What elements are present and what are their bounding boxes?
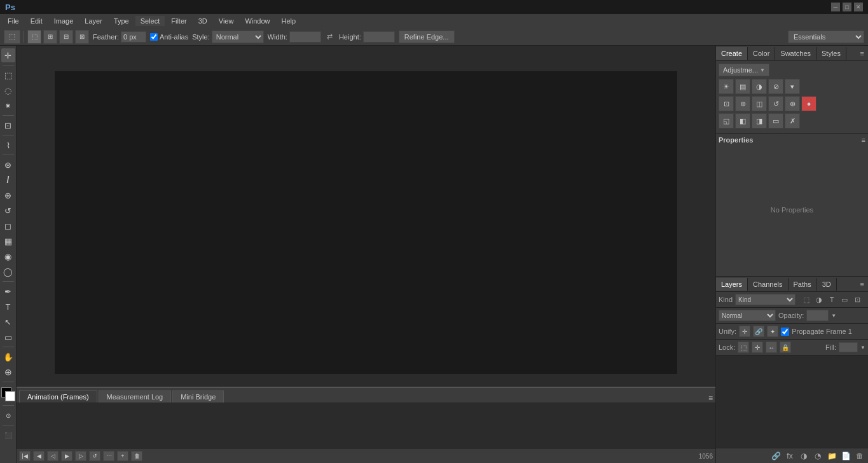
adj-invert[interactable]: ◱ bbox=[719, 113, 734, 128]
screen-mode-tool[interactable]: ⬛ bbox=[1, 428, 15, 442]
eyedropper-tool[interactable]: ⌇ bbox=[1, 138, 15, 152]
type-tool[interactable]: T bbox=[1, 300, 15, 314]
pen-tool[interactable]: ✒ bbox=[1, 284, 15, 298]
adj-brightness[interactable]: ☀ bbox=[719, 79, 734, 94]
blend-mode-select[interactable]: Normal Multiply Screen bbox=[719, 310, 776, 321]
width-input[interactable] bbox=[289, 31, 321, 43]
animation-frames-tab[interactable]: Animation (Frames) bbox=[19, 390, 97, 403]
height-input[interactable] bbox=[363, 31, 395, 43]
adj-threshold[interactable]: ◨ bbox=[752, 113, 767, 128]
minimize-button[interactable]: ─ bbox=[831, 3, 840, 11]
menu-window[interactable]: Window bbox=[240, 16, 275, 26]
layers-menu-icon[interactable]: ≡ bbox=[857, 280, 868, 288]
layers-tab-layers[interactable]: Layers bbox=[716, 278, 748, 291]
anim-delete-frame[interactable]: 🗑 bbox=[131, 451, 142, 461]
menu-edit[interactable]: Edit bbox=[25, 16, 48, 26]
lock-move-btn[interactable]: ↔ bbox=[766, 342, 777, 353]
intersect-selection-btn[interactable]: ⊠ bbox=[75, 30, 89, 44]
lock-pixels-btn[interactable]: ⬚ bbox=[738, 342, 749, 353]
adj-exposure[interactable]: ⊘ bbox=[768, 79, 783, 94]
antialias-checkbox[interactable] bbox=[150, 33, 158, 41]
anim-prev-frame[interactable]: ◀ bbox=[33, 451, 45, 461]
lasso-tool[interactable]: ◌ bbox=[1, 83, 15, 97]
properties-menu-icon[interactable]: ≡ bbox=[862, 136, 865, 144]
anim-tween[interactable]: ⋯ bbox=[103, 451, 114, 461]
fill-input[interactable] bbox=[839, 342, 858, 352]
adj-more[interactable]: ▾ bbox=[785, 79, 800, 94]
tab-swatches[interactable]: Swatches bbox=[775, 47, 816, 60]
menu-image[interactable]: Image bbox=[49, 16, 79, 26]
anim-new-frame[interactable]: + bbox=[117, 451, 128, 461]
shape-tool[interactable]: ▭ bbox=[1, 330, 15, 344]
anim-play[interactable]: ▶ bbox=[61, 451, 72, 461]
layers-tab-3d[interactable]: 3D bbox=[817, 278, 837, 291]
adj-bw[interactable]: ◫ bbox=[752, 96, 767, 111]
mini-bridge-tab[interactable]: Mini Bridge bbox=[172, 390, 224, 403]
menu-select[interactable]: Select bbox=[135, 16, 165, 26]
adj-color-balance[interactable]: ⊕ bbox=[735, 96, 750, 111]
unify-link-btn[interactable]: 🔗 bbox=[753, 326, 764, 337]
path-selection-tool[interactable]: ↖ bbox=[1, 315, 15, 329]
filter-pixel-icon[interactable]: ⬚ bbox=[801, 294, 812, 305]
new-layer-btn[interactable]: 📄 bbox=[840, 450, 851, 462]
adjustments-dropdown[interactable]: Adjustme... ▼ bbox=[719, 64, 769, 76]
swap-dimensions-btn[interactable]: ⇄ bbox=[325, 32, 335, 42]
filter-shape-icon[interactable]: ▭ bbox=[839, 294, 850, 305]
tab-color[interactable]: Color bbox=[748, 47, 775, 60]
adj-gradient-map[interactable]: ▭ bbox=[768, 113, 783, 128]
new-selection-btn[interactable]: ⬚ bbox=[27, 30, 41, 44]
brush-tool[interactable]: / bbox=[1, 173, 15, 187]
kind-select[interactable]: Kind bbox=[735, 294, 796, 305]
quick-select-tool[interactable]: ⁕ bbox=[1, 99, 15, 113]
tab-styles[interactable]: Styles bbox=[816, 47, 846, 60]
lock-all-btn[interactable]: 🔒 bbox=[780, 342, 791, 353]
lock-position-btn[interactable]: ✛ bbox=[752, 342, 763, 353]
menu-layer[interactable]: Layer bbox=[79, 16, 107, 26]
crop-tool[interactable]: ⊡ bbox=[1, 118, 15, 132]
move-tool[interactable]: ✛ bbox=[1, 48, 15, 62]
filter-smart-icon[interactable]: ⊡ bbox=[851, 294, 863, 305]
delete-layer-btn[interactable]: 🗑 bbox=[854, 450, 865, 462]
adj-photo-filter[interactable]: ↺ bbox=[768, 96, 783, 111]
adj-posterize[interactable]: ◧ bbox=[735, 113, 750, 128]
gradient-tool[interactable]: ▦ bbox=[1, 234, 15, 248]
adj-channel-mixer[interactable]: ⊛ bbox=[785, 96, 800, 111]
style-select[interactable]: Normal Fixed Ratio Fixed Size bbox=[212, 31, 264, 43]
refine-edge-button[interactable]: Refine Edge... bbox=[399, 31, 455, 43]
history-brush-tool[interactable]: ↺ bbox=[1, 204, 15, 218]
unify-position-btn[interactable]: ✛ bbox=[739, 326, 750, 337]
new-adjustment-btn[interactable]: ◔ bbox=[812, 450, 823, 462]
workspace-select[interactable]: Essentials Design Painting bbox=[788, 31, 864, 43]
tab-create[interactable]: Create bbox=[716, 47, 748, 60]
unify-style-btn[interactable]: ✦ bbox=[767, 326, 778, 337]
opacity-input[interactable] bbox=[806, 310, 829, 321]
menu-help[interactable]: Help bbox=[277, 16, 301, 26]
right-panel-menu-icon[interactable]: ≡ bbox=[857, 50, 868, 57]
layers-tab-paths[interactable]: Paths bbox=[789, 278, 817, 291]
background-color[interactable] bbox=[5, 391, 15, 401]
menu-view[interactable]: View bbox=[214, 16, 239, 26]
anim-next-frame[interactable]: ▷ bbox=[75, 451, 86, 461]
subtract-selection-btn[interactable]: ⊟ bbox=[59, 30, 73, 44]
close-button[interactable]: ✕ bbox=[854, 3, 863, 11]
spot-healing-tool[interactable]: ⊛ bbox=[1, 158, 15, 172]
hand-tool[interactable]: ✋ bbox=[1, 350, 15, 364]
menu-filter[interactable]: Filter bbox=[166, 16, 191, 26]
adj-curves[interactable]: ◑ bbox=[752, 79, 767, 94]
bottom-panel-menu-icon[interactable]: ≡ bbox=[708, 394, 713, 403]
quick-mask-tool[interactable]: ⊙ bbox=[1, 408, 15, 422]
menu-type[interactable]: Type bbox=[109, 16, 134, 26]
zoom-tool[interactable]: ⊕ bbox=[1, 365, 15, 379]
anim-prev-frame2[interactable]: ◁ bbox=[47, 451, 59, 461]
measurement-log-tab[interactable]: Measurement Log bbox=[99, 390, 172, 403]
adj-color-lookup[interactable]: ● bbox=[801, 96, 816, 111]
feather-input[interactable] bbox=[121, 31, 146, 43]
layers-tab-channels[interactable]: Channels bbox=[748, 278, 788, 291]
anim-go-first[interactable]: |◀ bbox=[19, 451, 31, 461]
marquee-tool[interactable]: ⬚ bbox=[1, 68, 15, 82]
add-mask-btn[interactable]: ◑ bbox=[798, 450, 809, 462]
adj-levels[interactable]: ▤ bbox=[735, 79, 750, 94]
add-style-btn[interactable]: fx bbox=[784, 450, 796, 462]
maximize-button[interactable]: □ bbox=[843, 3, 851, 11]
current-tool-icon[interactable]: ⬚ bbox=[4, 30, 20, 44]
